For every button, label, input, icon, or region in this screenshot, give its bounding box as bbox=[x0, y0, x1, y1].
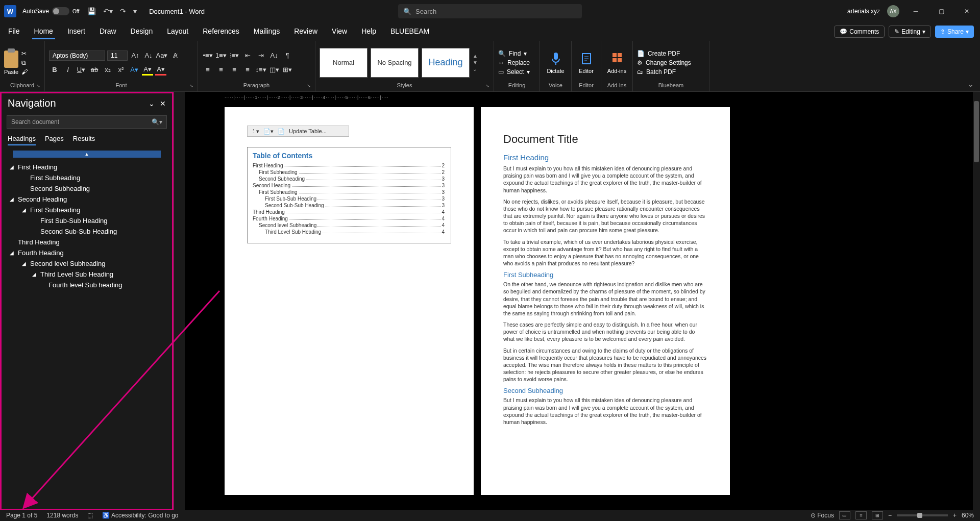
nav-heading-item[interactable]: ◢Fourth Heading bbox=[6, 247, 168, 258]
toc-entry[interactable]: Second Heading3 bbox=[253, 183, 446, 188]
qat-dropdown-icon[interactable]: ▾ bbox=[133, 7, 137, 15]
search-bar[interactable]: 🔍 Search bbox=[398, 4, 582, 18]
nav-heading-item[interactable]: ◢First Heading bbox=[6, 162, 168, 172]
nav-heading-item[interactable]: First Sub-Sub Heading bbox=[6, 215, 168, 226]
zoom-slider[interactable] bbox=[897, 514, 948, 516]
maximize-button[interactable]: ▢ bbox=[932, 4, 950, 18]
superscript-button[interactable]: x² bbox=[115, 64, 127, 76]
nav-heading-item[interactable]: ◢Third Level Sub Heading bbox=[6, 269, 168, 280]
toc-menu-icon[interactable]: ⋮▾ bbox=[251, 128, 259, 135]
shrink-font-icon[interactable]: A↓ bbox=[143, 50, 154, 61]
vertical-scrollbar[interactable] bbox=[973, 92, 980, 510]
highlight-icon[interactable]: A▾ bbox=[142, 64, 153, 76]
chevron-down-icon[interactable]: ◢ bbox=[10, 250, 16, 256]
toc-entry[interactable]: Third Heading4 bbox=[253, 209, 446, 215]
create-pdf-button[interactable]: 📄 Create PDF bbox=[637, 50, 691, 57]
ribbon-collapse-icon[interactable]: ⌄ bbox=[968, 80, 974, 88]
zoom-in-icon[interactable]: + bbox=[953, 512, 957, 519]
subscript-button[interactable]: x₂ bbox=[102, 64, 113, 76]
comments-button[interactable]: 💬 Comments bbox=[834, 26, 885, 38]
chevron-down-icon[interactable]: ◢ bbox=[10, 196, 16, 202]
page-1[interactable]: ⋮▾ 📄▾ 📄 Update Table... Table of Content… bbox=[225, 107, 474, 495]
web-layout-icon[interactable]: ⊞ bbox=[872, 511, 883, 519]
align-center-icon[interactable]: ≡ bbox=[215, 64, 227, 76]
document-canvas[interactable]: ·····|·····|·····1·····|·····2·····|····… bbox=[185, 92, 980, 510]
change-case-icon[interactable]: Aa▾ bbox=[156, 50, 167, 61]
cut-icon[interactable]: ✂ bbox=[21, 50, 28, 57]
toc-entry[interactable]: First Sub-Sub Heading3 bbox=[253, 196, 446, 202]
bullets-icon[interactable]: •≡▾ bbox=[202, 50, 213, 61]
ribbon-tab-bluebeam[interactable]: BLUEBEAM bbox=[388, 24, 431, 39]
minimize-button[interactable]: ─ bbox=[906, 4, 925, 18]
zoom-level[interactable]: 60% bbox=[962, 512, 974, 519]
font-color-icon[interactable]: A▾ bbox=[155, 64, 166, 76]
chevron-down-icon[interactable]: ◢ bbox=[32, 271, 38, 277]
styles-down-icon[interactable]: ▼ bbox=[473, 60, 478, 65]
autosave-control[interactable]: AutoSave Off bbox=[22, 7, 79, 15]
scrollbar-thumb[interactable] bbox=[974, 101, 979, 162]
dictate-button[interactable]: Dictate bbox=[544, 52, 567, 74]
navigation-dropdown-icon[interactable]: ⌄ bbox=[149, 100, 155, 108]
nav-tab-pages[interactable]: Pages bbox=[45, 133, 64, 145]
redo-icon[interactable]: ↷ bbox=[120, 7, 126, 15]
ribbon-tab-mailings[interactable]: Mailings bbox=[252, 24, 282, 39]
multilevel-list-icon[interactable]: ⁝≡▾ bbox=[229, 50, 240, 61]
toc-entry[interactable]: Second level Subheading4 bbox=[253, 222, 446, 228]
decrease-indent-icon[interactable]: ⇤ bbox=[242, 50, 253, 61]
editor-button[interactable]: Editor bbox=[576, 52, 597, 74]
close-button[interactable]: ✕ bbox=[958, 4, 976, 18]
chevron-down-icon[interactable]: ◢ bbox=[22, 207, 28, 213]
toc-update-icon[interactable]: 📄 bbox=[278, 128, 285, 135]
toc-entry[interactable]: Second Sub-Sub Heading3 bbox=[253, 203, 446, 208]
ribbon-tab-home[interactable]: Home bbox=[32, 24, 55, 39]
font-dialog-launcher[interactable]: ↘ bbox=[189, 83, 195, 89]
zoom-out-icon[interactable]: − bbox=[888, 512, 892, 519]
addins-button[interactable]: Add-ins bbox=[605, 52, 628, 74]
accessibility-status[interactable]: ♿ Accessibility: Good to go bbox=[102, 512, 178, 519]
page-2[interactable]: Document Title First Heading But I must … bbox=[481, 107, 730, 495]
ribbon-tab-file[interactable]: File bbox=[6, 24, 22, 39]
nav-heading-item[interactable]: First Subheading bbox=[6, 172, 168, 183]
ribbon-tab-draw[interactable]: Draw bbox=[97, 24, 118, 39]
italic-button[interactable]: I bbox=[62, 64, 74, 76]
change-settings-button[interactable]: ⚙ Change Settings bbox=[637, 59, 691, 66]
nav-heading-item[interactable]: ◢Second Heading bbox=[6, 194, 168, 205]
ribbon-tab-view[interactable]: View bbox=[330, 24, 349, 39]
ribbon-tab-layout[interactable]: Layout bbox=[165, 24, 190, 39]
sort-icon[interactable]: A↓ bbox=[268, 50, 280, 61]
align-left-icon[interactable]: ≡ bbox=[202, 64, 213, 76]
select-button[interactable]: ▭ Select ▾ bbox=[498, 68, 530, 76]
paste-button[interactable]: Paste bbox=[4, 51, 18, 75]
styles-gallery[interactable]: Normal No Spacing Heading ▲ ▼ ⌄ bbox=[320, 48, 478, 78]
increase-indent-icon[interactable]: ⇥ bbox=[255, 50, 266, 61]
undo-icon[interactable]: ↶▾ bbox=[103, 7, 113, 15]
ribbon-tab-help[interactable]: Help bbox=[359, 24, 378, 39]
print-layout-icon[interactable]: ≡ bbox=[855, 511, 867, 519]
font-size-select[interactable] bbox=[107, 51, 128, 61]
format-painter-icon[interactable]: 🖌 bbox=[21, 68, 28, 76]
nav-heading-item[interactable]: ◢First Subheading bbox=[6, 205, 168, 215]
toc-entry[interactable]: Fourth Heading4 bbox=[253, 216, 446, 221]
table-of-contents[interactable]: Table of Contents First Heading2First Su… bbox=[247, 147, 451, 243]
editing-mode-button[interactable]: ✎ Editing ▾ bbox=[889, 26, 931, 38]
bold-button[interactable]: B bbox=[49, 64, 60, 76]
numbering-icon[interactable]: 1≡▾ bbox=[215, 50, 227, 61]
style-normal[interactable]: Normal bbox=[320, 48, 368, 78]
toc-entry[interactable]: First Heading2 bbox=[253, 163, 446, 168]
nav-heading-item[interactable]: Fourth level Sub heading bbox=[6, 280, 168, 290]
align-right-icon[interactable]: ≡ bbox=[229, 64, 240, 76]
nav-heading-item[interactable]: Second Sub-Sub Heading bbox=[6, 226, 168, 237]
clipboard-dialog-launcher[interactable]: ↘ bbox=[36, 83, 42, 89]
navigation-collapse-bar[interactable]: ▲ bbox=[13, 151, 161, 158]
replace-button[interactable]: ↔ Replace bbox=[498, 59, 530, 66]
toc-toolbar[interactable]: ⋮▾ 📄▾ 📄 Update Table... bbox=[247, 126, 349, 137]
batch-pdf-button[interactable]: 🗂 Batch PDF bbox=[637, 68, 691, 76]
toc-doc-icon[interactable]: 📄▾ bbox=[263, 128, 274, 135]
navigation-search[interactable]: Search document 🔍▾ bbox=[7, 115, 167, 129]
toc-entry[interactable]: Second Subheading3 bbox=[253, 176, 446, 182]
font-name-select[interactable] bbox=[49, 51, 105, 61]
grow-font-icon[interactable]: A↑ bbox=[130, 50, 141, 61]
nav-heading-item[interactable]: Third Heading bbox=[6, 237, 168, 247]
nav-tab-results[interactable]: Results bbox=[73, 133, 95, 145]
ribbon-tab-insert[interactable]: Insert bbox=[65, 24, 87, 39]
